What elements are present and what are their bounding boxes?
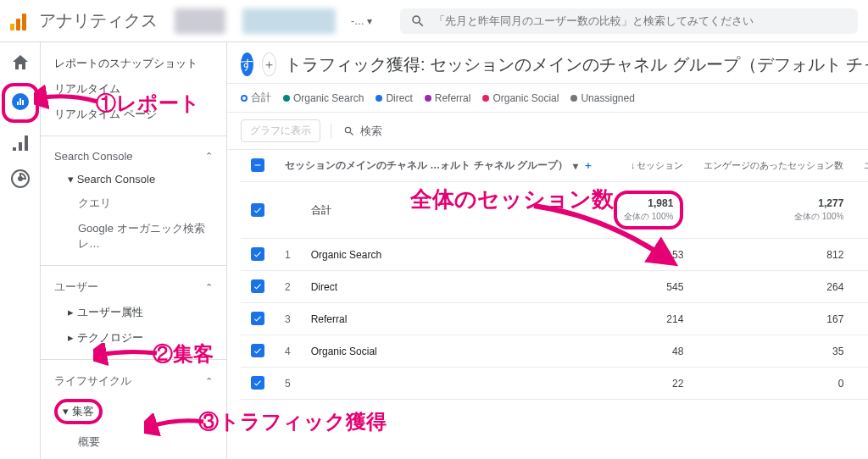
dimension-dropdown-icon[interactable]: ▾ bbox=[573, 160, 578, 172]
top-bar: アナリティクス -… ▾ 「先月と昨年同月のユーザー数の比較」と検索してみてくだ… bbox=[0, 0, 868, 42]
legend-referral[interactable]: Referral bbox=[435, 92, 471, 104]
show-in-graph-button[interactable]: グラフに表示 bbox=[241, 119, 320, 142]
sidebar-sc-sub[interactable]: ▾ Search Console bbox=[41, 168, 226, 191]
global-search[interactable]: 「先月と昨年同月のユーザー数の比較」と検索してみてください bbox=[400, 8, 858, 34]
row-checkbox[interactable] bbox=[251, 312, 264, 325]
icon-rail bbox=[0, 42, 41, 459]
checkbox-total[interactable] bbox=[251, 203, 264, 217]
row-checkbox[interactable] bbox=[251, 344, 264, 357]
search-icon bbox=[410, 14, 426, 29]
data-table: セッションのメインのチャネル …ォルト チャネル グループ） ▾ ＋ ↓セッショ… bbox=[241, 150, 868, 400]
blurred-property bbox=[242, 8, 336, 34]
main-panel: す ＋ トラフィック獲得: セッションのメインのチャネル グループ（デフォルト … bbox=[227, 42, 868, 459]
table-search[interactable]: 検索 bbox=[331, 124, 382, 139]
add-segment-button[interactable]: ＋ bbox=[262, 53, 276, 76]
sidebar-tech[interactable]: ▸ テクノロジー bbox=[41, 325, 226, 351]
bar-chart-icon bbox=[10, 91, 31, 112]
legend: 合計 Organic Search Direct Referral Organi… bbox=[227, 84, 868, 113]
add-dimension-button[interactable]: ＋ bbox=[583, 158, 593, 173]
sidebar-realtime2[interactable]: リアルタイム ページ bbox=[41, 102, 226, 127]
sidebar-overview[interactable]: 概要 bbox=[41, 429, 226, 455]
total-sessions-highlight: 1,981全体の 100% bbox=[614, 191, 683, 230]
sidebar-acquisition[interactable]: ▾ 集客 bbox=[54, 399, 103, 424]
dimension-header[interactable]: セッションのメインのチャネル …ォルト チャネル グループ） bbox=[285, 158, 568, 173]
checkbox-all[interactable] bbox=[251, 158, 264, 172]
legend-organic-search[interactable]: Organic Search bbox=[293, 92, 364, 104]
blurred-account bbox=[175, 8, 225, 34]
sidebar-life-section[interactable]: ライフサイクル⌃ bbox=[41, 368, 226, 394]
legend-organic-social[interactable]: Organic Social bbox=[492, 92, 559, 104]
sidebar-realtime1[interactable]: リアルタイム bbox=[41, 76, 226, 102]
row-checkbox[interactable] bbox=[251, 247, 264, 261]
table-row-total: 合計 1,981全体の 100% 1,277全体の 100% 64.46%平均と… bbox=[241, 182, 868, 239]
row-checkbox[interactable] bbox=[251, 279, 264, 293]
col-eng-rate[interactable]: エンゲージメント率 bbox=[854, 150, 868, 182]
sidebar-user-section[interactable]: ユーザー⌃ bbox=[41, 274, 226, 300]
sidebar-user-attr[interactable]: ▸ ユーザー属性 bbox=[41, 300, 226, 325]
col-eng-sessions[interactable]: エンゲージのあったセッション数 bbox=[693, 150, 854, 182]
legend-direct[interactable]: Direct bbox=[386, 92, 412, 104]
analytics-logo bbox=[10, 12, 29, 30]
table-toolbar: グラフに表示 検索 bbox=[227, 113, 868, 150]
svg-rect-1 bbox=[255, 165, 261, 166]
col-sessions[interactable]: ↓セッション bbox=[604, 150, 693, 182]
legend-unassigned[interactable]: Unassigned bbox=[581, 92, 634, 104]
segment-chip[interactable]: す bbox=[241, 53, 253, 76]
advertising-icon[interactable] bbox=[10, 169, 31, 189]
home-icon[interactable] bbox=[10, 53, 31, 73]
sidebar-sc-section[interactable]: Search Console⌃ bbox=[41, 145, 226, 168]
table-row[interactable]: 1Organic Search1,15381270.42% bbox=[241, 239, 868, 271]
report-header: す ＋ トラフィック獲得: セッションのメインのチャネル グループ（デフォルト … bbox=[227, 42, 868, 84]
table-row[interactable]: 52200% bbox=[241, 368, 868, 400]
row-checkbox[interactable] bbox=[251, 376, 264, 390]
sidebar-snapshot[interactable]: レポートのスナップショット bbox=[41, 51, 226, 76]
explore-icon[interactable] bbox=[10, 133, 31, 153]
app-title: アナリティクス bbox=[39, 9, 158, 32]
table-row[interactable]: 4Organic Social483572.92% bbox=[241, 335, 868, 368]
sidebar-sc-organic[interactable]: Google オーガニック検索レ… bbox=[41, 216, 226, 257]
sidebar-user-acq[interactable]: ユーザー獲得 bbox=[41, 455, 226, 459]
table-row[interactable]: 3Referral21416778.04% bbox=[241, 303, 868, 335]
sidebar: レポートのスナップショット リアルタイム リアルタイム ページ Search C… bbox=[41, 42, 227, 459]
report-title: トラフィック獲得: セッションのメインのチャネル グループ（デフォルト チャネル bbox=[285, 53, 868, 76]
property-dropdown[interactable]: -… ▾ bbox=[351, 15, 372, 27]
legend-total: 合計 bbox=[251, 91, 271, 103]
table-row[interactable]: 2Direct54526448.44% bbox=[241, 271, 868, 303]
sidebar-sc-query[interactable]: クエリ bbox=[41, 191, 226, 216]
search-placeholder: 「先月と昨年同月のユーザー数の比較」と検索してみてください bbox=[434, 14, 754, 29]
search-icon bbox=[343, 125, 355, 137]
svg-point-0 bbox=[18, 176, 23, 181]
reports-icon-active[interactable] bbox=[2, 83, 39, 123]
